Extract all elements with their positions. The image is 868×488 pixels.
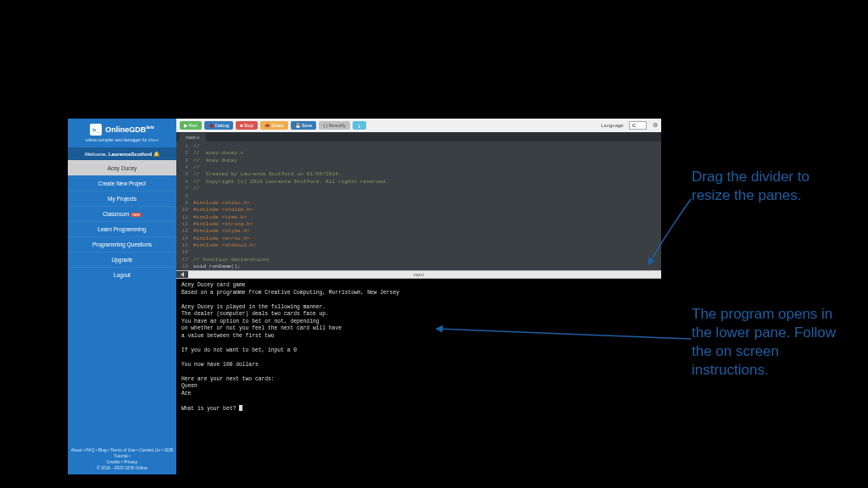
sidebar-item-logout[interactable]: Logout [68,267,176,282]
sidebar-item-programming-questions[interactable]: Programming Questions [68,236,176,252]
stop-button[interactable]: ■ Stop [236,121,258,130]
bell-icon[interactable]: 🔔 [153,152,159,157]
collapse-handle-icon[interactable] [176,271,188,278]
gear-icon[interactable]: ⚙ [653,122,658,129]
annotation-divider: Drag the divider to resize the panes. [692,168,836,205]
debug-button[interactable]: 🐞 Debug [204,121,233,130]
logo-area: >_ OnlineGDBbeta online compiler and deb… [68,119,176,147]
sidebar-item-create-new-project[interactable]: Create New Project [68,175,176,191]
run-button[interactable]: ▶ Run [180,121,202,130]
toolbar: ▶ Run 🐞 Debug ■ Stop 📤 Share 💾 Save { } … [176,119,661,132]
cursor [239,405,242,411]
sidebar-item-upgrade[interactable]: Upgrade [68,252,176,267]
language-select[interactable]: C [629,121,647,130]
app-window: >_ OnlineGDBbeta online compiler and deb… [68,119,661,474]
sidebar-item-acey-ducey[interactable]: Acey Ducey [68,160,176,175]
share-button[interactable]: 📤 Share [260,121,288,130]
welcome-bar: Welcome, LaurenceScotford🔔 [68,147,176,160]
sidebar-footer: About • FAQ • Blog • Terms of Use • Cont… [68,444,176,474]
logo-text: OnlineGDBbeta [105,125,153,134]
sidebar: >_ OnlineGDBbeta online compiler and deb… [68,119,176,474]
beautify-button[interactable]: { } Beautify [319,121,350,130]
pane-divider[interactable]: input [176,270,661,279]
annotation-console: The program opens in the lower pane. Fol… [692,305,844,380]
save-button[interactable]: 💾 Save [291,121,317,130]
download-button[interactable]: ⭳ [353,121,366,130]
tagline: online compiler and debugger for c/c++ [71,137,173,142]
language-label: Language [601,123,624,128]
sidebar-item-learn-programming[interactable]: Learn Programming [68,221,176,236]
console-output[interactable]: Acey Ducey card game Based on a programm… [176,279,661,474]
sidebar-item-classroom[interactable]: Classroomnew [68,206,176,221]
sidebar-item-my-projects[interactable]: My Projects [68,191,176,206]
tab-bar: main.c [176,132,661,141]
main-area: ▶ Run 🐞 Debug ■ Stop 📤 Share 💾 Save { } … [176,119,661,474]
code-editor[interactable]: 1//2// acey-ducey.c3// Acey Ducey4//5// … [176,141,661,270]
logo-icon: >_ [90,124,102,136]
tab-main[interactable]: main.c [179,133,206,141]
divider-label: input [414,272,424,277]
